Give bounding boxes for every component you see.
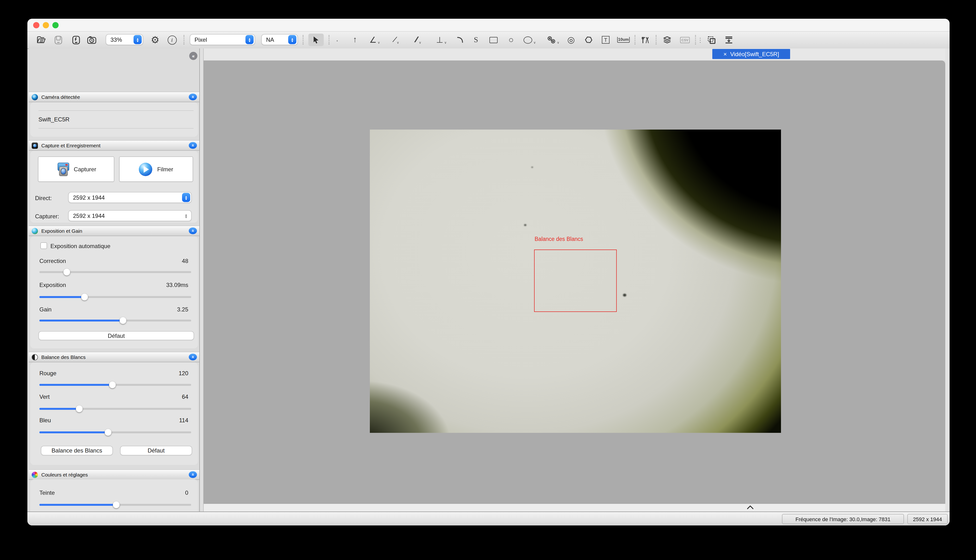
capture-photo-button[interactable]: Capturer (38, 157, 114, 182)
concentric-circles-tool[interactable]: ◎ (565, 33, 577, 46)
white-balance-panel: Rouge 120 Vert 64 Bleu 114 Balance des B… (30, 362, 198, 465)
section-header-white-balance[interactable]: Balance des Blancs « (29, 352, 199, 362)
collapse-section-button[interactable]: « (189, 142, 197, 149)
slider-label: Exposition (39, 282, 66, 288)
arrow-tool[interactable]: ↑ (350, 33, 360, 46)
record-video-label: Filmer (157, 166, 174, 173)
minimize-window-button[interactable] (43, 22, 49, 28)
section-header-camera[interactable]: Caméra détectée « (29, 92, 199, 102)
circle-tool[interactable]: ○ (505, 33, 517, 46)
resolution-text: 2592 x 1944 (913, 516, 942, 522)
correction-slider[interactable] (39, 269, 191, 275)
point-tool[interactable]: · (333, 33, 341, 46)
section-header-exposure[interactable]: Exposition et Gain « (29, 225, 199, 236)
caliper-measure-tool[interactable] (639, 33, 651, 46)
toolbar-separator (695, 35, 696, 45)
parallel-lines-tool[interactable]: ∕∕∨ (411, 33, 426, 46)
gain-slider[interactable] (39, 317, 191, 324)
section-title: Exposition et Gain (41, 228, 82, 234)
toolbar-separator (302, 35, 304, 45)
expand-panel-chevron-icon[interactable] (747, 505, 754, 512)
timed-capture-button[interactable] (85, 33, 98, 46)
zoom-window-button[interactable] (52, 22, 58, 28)
auto-exposure-checkbox[interactable] (40, 242, 47, 249)
ellipse-tool[interactable]: ∨ (523, 33, 537, 46)
section-header-capture[interactable]: Capture et Enregistrement « (29, 140, 199, 151)
polygon-tool[interactable] (583, 33, 594, 46)
slider-label: Vert (39, 393, 50, 400)
capture-photo-label: Capturer (74, 166, 96, 173)
settings-gear-button[interactable]: ⚙ (149, 33, 161, 46)
video-tab-label: Vidéo[Swift_EC5R] (730, 51, 779, 57)
select-cursor-tool[interactable] (308, 33, 324, 46)
button-label: Défaut (108, 332, 125, 339)
white-balance-roi-label: Balance des Blancs (535, 236, 583, 242)
close-tab-icon[interactable]: × (724, 51, 727, 57)
arc-tool[interactable] (454, 33, 465, 46)
green-slider[interactable] (39, 405, 191, 412)
na-select[interactable]: NA ▲▼ (261, 34, 298, 45)
zoom-level-value: 33% (106, 36, 134, 43)
linked-circles-tool[interactable]: ∨ (545, 33, 562, 46)
unit-select[interactable]: Pixel ▲▼ (190, 34, 255, 45)
white-balance-default-button[interactable]: Défaut (120, 446, 192, 455)
section-header-colors[interactable]: Couleurs et réglages « (29, 469, 199, 480)
direct-resolution-label: Direct: (35, 195, 52, 202)
save-button[interactable] (52, 33, 64, 46)
exposure-slider[interactable] (39, 294, 191, 300)
slider-value: 120 (179, 370, 188, 377)
csv-export-button[interactable]: CSV (679, 33, 691, 46)
rectangle-tool[interactable] (488, 33, 499, 46)
slider-label: Bleu (39, 417, 51, 424)
copy-button[interactable] (705, 33, 718, 46)
layers-button[interactable] (660, 33, 674, 46)
sidebar-collapse-button[interactable]: « (189, 52, 197, 60)
direct-resolution-select[interactable]: 2592 x 1944 ▲▼ (68, 192, 192, 203)
zoom-level-select[interactable]: 33% ▲▼ (106, 34, 143, 45)
red-slider[interactable] (39, 382, 191, 388)
sidebar: « Caméra détectée « Swift_EC5R Capture e… (29, 48, 199, 512)
sidebar-splitter[interactable] (199, 48, 204, 512)
webcam-icon (32, 94, 38, 100)
dust-speck (524, 224, 526, 226)
hue-slider[interactable] (39, 502, 191, 508)
toolbar-separator (329, 35, 329, 45)
record-video-button[interactable]: Filmer (119, 157, 193, 182)
white-balance-roi-rect[interactable] (534, 250, 617, 312)
slider-label: Teinte (39, 490, 55, 496)
section-title: Capture et Enregistrement (41, 143, 100, 148)
toolbar: 33% ▲▼ ⚙ i Pixel ▲▼ NA ▲▼ · ↑ ∠∨ (27, 32, 949, 49)
section-title: Balance des Blancs (41, 354, 85, 360)
blue-slider[interactable] (39, 429, 191, 436)
close-window-button[interactable] (33, 22, 39, 28)
collapse-section-button[interactable]: « (189, 354, 197, 360)
frame-rate-status: Fréquence de l'Image: 30.0,Image: 7831 (782, 514, 904, 524)
angle-tool[interactable]: ∠∨ (368, 33, 382, 46)
exposure-default-button[interactable]: Défaut (38, 331, 194, 340)
direct-resolution-value: 2592 x 1944 (69, 194, 182, 201)
video-tab[interactable]: × Vidéo[Swift_EC5R] (712, 49, 790, 59)
perpendicular-tool[interactable]: ⊥∨ (434, 33, 449, 46)
curve-tool[interactable]: S (470, 33, 482, 46)
open-file-button[interactable] (35, 33, 48, 46)
slider-value: 64 (182, 393, 188, 400)
collapse-section-button[interactable]: « (189, 471, 197, 478)
burst-save-button[interactable] (70, 33, 82, 46)
capture-panel: Capturer Filmer Direct: 2592 x 1944 ▲▼ C… (30, 151, 198, 223)
camera-name[interactable]: Swift_EC5R (38, 116, 69, 123)
text-tool[interactable]: T (600, 33, 612, 46)
collapse-section-button[interactable]: « (189, 93, 197, 100)
stepper-icon: ▲▼ (182, 211, 190, 220)
scalebar-tool[interactable]: 10um (617, 33, 630, 46)
toolbar-separator (184, 35, 184, 45)
title-bar (27, 19, 949, 32)
info-button[interactable]: i (166, 33, 178, 46)
video-canvas[interactable]: Balance des Blancs (204, 60, 945, 504)
white-balance-apply-button[interactable]: Balance des Blancs (41, 446, 113, 455)
slider-value: 33.09ms (166, 282, 188, 288)
collapse-section-button[interactable]: « (189, 227, 197, 234)
divider (38, 110, 194, 111)
line-tool[interactable]: ∕∨ (390, 33, 403, 46)
capture-resolution-select[interactable]: 2592 x 1944 ▲▼ (68, 210, 192, 221)
merge-flatten-button[interactable] (722, 33, 735, 46)
